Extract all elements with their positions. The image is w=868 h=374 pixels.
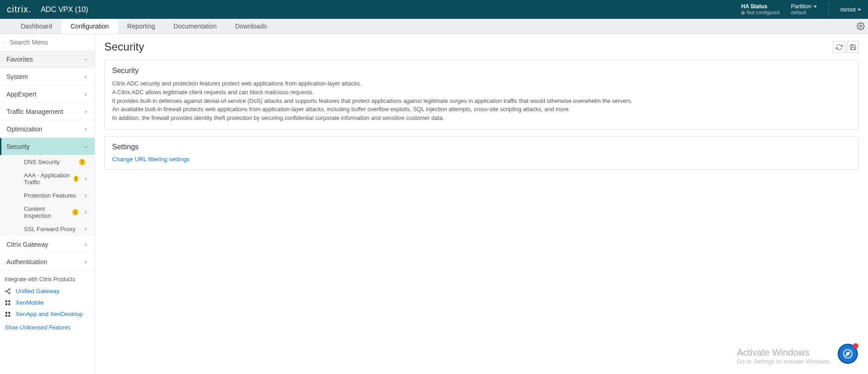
sidebar: Favorites System AppExpert Traffic Manag… [0,34,95,374]
sidebar-item-security[interactable]: Security [0,138,95,155]
sidebar-item-authentication[interactable]: Authentication [0,253,95,271]
svg-rect-15 [8,315,10,317]
search-input[interactable] [10,39,90,46]
sidebar-item-optimization[interactable]: Optimization [0,120,95,138]
integrate-xenmobile[interactable]: XenMobile [0,297,95,308]
sidebar-sub-content-inspection[interactable]: Content Inspection ! [0,202,95,222]
sidebar-item-label: Optimization [6,125,42,133]
partition-label: Partition [791,3,811,10]
sidebar-item-label: DNS Security [24,159,60,165]
security-subitems: DNS Security ! AAA - Application Traffic… [0,155,95,236]
save-icon [850,44,857,51]
sidebar-sub-dns-security[interactable]: DNS Security ! [0,155,95,169]
search-icon [5,38,6,47]
description-text: It provides built-in defenses against de… [112,97,851,106]
sidebar-item-label: Protection Features [24,192,76,199]
security-description-card: Security Citrix ADC security and protect… [104,60,859,130]
warning-icon: ! [74,176,79,182]
sidebar-item-label: Citrix Gateway [6,241,48,248]
product-name: ADC VPX (10) [41,6,88,14]
tab-bar: Dashboard Configuration Reporting Docume… [0,19,868,34]
tab-dashboard[interactable]: Dashboard [11,19,62,34]
integrate-label: XenMobile [16,299,44,306]
sidebar-item-label: AAA - Application Traffic [24,172,74,186]
chevron-right-icon [83,176,88,181]
chevron-right-icon [83,260,88,265]
svg-rect-10 [6,303,7,305]
svg-point-3 [9,289,11,290]
status-dot-icon [741,11,745,15]
chevron-down-icon [83,57,88,62]
description-text: A Citrix ADC allows legitimate client re… [112,88,851,97]
svg-marker-17 [846,352,850,356]
svg-line-2 [6,43,6,43]
sidebar-item-label: Authentication [6,258,47,266]
help-fab-button[interactable] [838,344,858,364]
description-text: An available built-in firewall protects … [112,105,851,114]
main-content: Security Security Citrix ADC security an… [95,34,868,374]
sidebar-item-system[interactable]: System [0,68,95,85]
svg-point-1 [5,42,6,43]
sidebar-sub-aaa[interactable]: AAA - Application Traffic ! [0,169,95,189]
sidebar-item-appexpert[interactable]: AppExpert [0,85,95,103]
change-url-filtering-link[interactable]: Change URL filtering settings [112,156,190,163]
chevron-right-icon [83,193,88,198]
sidebar-item-label: Security [6,143,30,150]
save-button[interactable] [847,41,859,53]
ha-status[interactable]: HA Status Not configured [741,3,780,16]
user-menu[interactable]: nsroot [840,6,861,13]
svg-rect-14 [6,315,7,317]
ha-status-value: Not configured [741,10,780,16]
svg-line-6 [7,291,9,292]
integrate-xenapp-xendesktop[interactable]: XenApp and XenDesktop [0,308,95,320]
partition-selector[interactable]: Partition default [791,3,817,16]
partition-value: default [791,10,817,16]
share-icon [5,288,11,295]
svg-rect-11 [8,303,10,305]
navigation-icon [843,349,853,359]
divider [828,3,829,17]
sidebar-sub-ssl-forward-proxy[interactable]: SSL Forward Proxy [0,222,95,236]
tab-documentation[interactable]: Documentation [164,19,226,34]
warning-icon: ! [72,209,79,215]
svg-rect-13 [8,312,10,313]
search-row [0,34,95,51]
grid-icon [5,311,11,317]
chevron-right-icon [83,74,88,79]
top-header: citrix. ADC VPX (10) HA Status Not confi… [0,0,868,19]
chevron-down-icon [813,6,817,8]
integrate-label: XenApp and XenDesktop [16,311,83,317]
chevron-right-icon [83,109,88,114]
chevron-down-icon [83,144,88,149]
sidebar-favorites[interactable]: Favorites [0,51,95,68]
gear-icon [857,22,865,30]
chevron-right-icon [83,210,88,215]
svg-rect-9 [8,300,10,302]
sidebar-item-traffic-management[interactable]: Traffic Management [0,103,95,120]
settings-gear-button[interactable] [853,19,868,34]
sidebar-item-label: AppExpert [6,91,36,98]
chevron-right-icon [83,227,88,232]
svg-line-7 [7,289,9,290]
sidebar-item-label: Content Inspection [24,205,72,219]
integrate-unified-gateway[interactable]: Unified Gateway [0,285,95,297]
sidebar-item-label: Favorites [6,56,33,63]
description-text: In addition, the firewall provides ident… [112,114,851,123]
sidebar-item-citrix-gateway[interactable]: Citrix Gateway [0,236,95,253]
description-text: Citrix ADC security and protection featu… [112,79,851,88]
chevron-down-icon [857,9,861,11]
svg-rect-8 [6,300,7,302]
svg-point-0 [859,25,862,28]
tab-downloads[interactable]: Downloads [226,19,276,34]
logo: citrix. [7,4,32,15]
sidebar-sub-protection-features[interactable]: Protection Features [0,189,95,202]
show-unlicensed-link[interactable]: Show Unlicensed Features [0,320,95,331]
card-title: Security [112,67,851,75]
notification-dot-icon [853,343,858,349]
refresh-button[interactable] [833,41,845,53]
tab-reporting[interactable]: Reporting [118,19,165,34]
integrate-label: Unified Gateway [16,288,59,295]
sidebar-item-label: SSL Forward Proxy [24,226,75,232]
tab-configuration[interactable]: Configuration [62,19,118,34]
svg-point-4 [6,290,7,292]
